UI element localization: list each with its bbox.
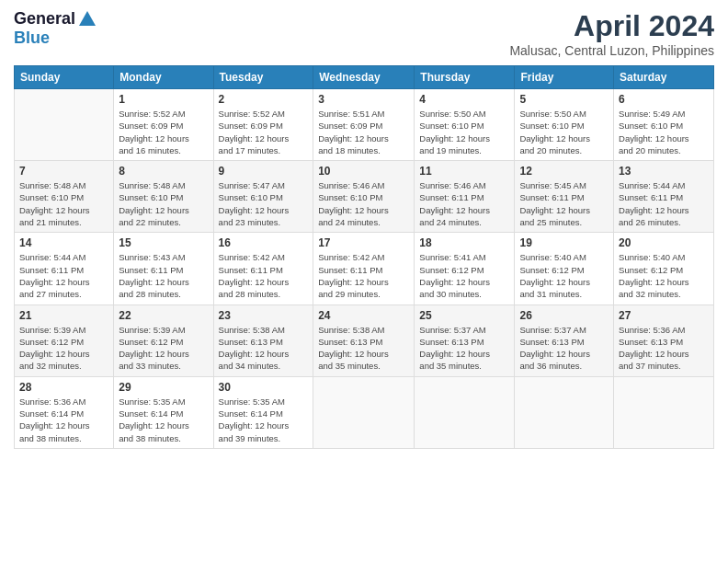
day-number: 8	[119, 165, 208, 178]
svg-marker-0	[79, 11, 96, 26]
table-row	[614, 376, 714, 448]
day-number: 14	[19, 236, 108, 249]
day-number: 13	[619, 165, 709, 178]
day-number: 27	[619, 309, 709, 322]
calendar-week-row: 14Sunrise: 5:44 AM Sunset: 6:11 PM Dayli…	[15, 233, 714, 304]
day-number: 19	[519, 236, 609, 249]
table-row: 12Sunrise: 5:45 AM Sunset: 6:11 PM Dayli…	[515, 161, 614, 233]
table-row: 17Sunrise: 5:42 AM Sunset: 6:11 PM Dayli…	[313, 233, 415, 304]
day-info: Sunrise: 5:38 AM Sunset: 6:13 PM Dayligh…	[219, 324, 309, 373]
col-monday: Monday	[114, 66, 213, 89]
month-title: April 2024	[509, 9, 714, 43]
table-row: 23Sunrise: 5:38 AM Sunset: 6:13 PM Dayli…	[213, 304, 313, 376]
table-row: 13Sunrise: 5:44 AM Sunset: 6:11 PM Dayli…	[614, 161, 714, 233]
day-number: 28	[19, 381, 108, 394]
day-info: Sunrise: 5:45 AM Sunset: 6:11 PM Dayligh…	[519, 179, 609, 228]
day-info: Sunrise: 5:42 AM Sunset: 6:11 PM Dayligh…	[219, 251, 309, 300]
table-row: 6Sunrise: 5:49 AM Sunset: 6:10 PM Daylig…	[614, 89, 714, 161]
table-row: 28Sunrise: 5:36 AM Sunset: 6:14 PM Dayli…	[15, 376, 114, 448]
day-info: Sunrise: 5:49 AM Sunset: 6:10 PM Dayligh…	[619, 108, 709, 156]
day-number: 1	[119, 93, 208, 106]
day-info: Sunrise: 5:43 AM Sunset: 6:11 PM Dayligh…	[119, 251, 208, 300]
table-row: 8Sunrise: 5:48 AM Sunset: 6:10 PM Daylig…	[114, 161, 213, 233]
day-number: 6	[619, 93, 709, 106]
day-number: 2	[219, 93, 309, 106]
table-row: 2Sunrise: 5:52 AM Sunset: 6:09 PM Daylig…	[213, 89, 313, 161]
day-info: Sunrise: 5:40 AM Sunset: 6:12 PM Dayligh…	[619, 251, 709, 300]
col-tuesday: Tuesday	[213, 66, 313, 89]
day-number: 16	[219, 236, 309, 249]
location-subtitle: Malusac, Central Luzon, Philippines	[509, 43, 714, 58]
day-number: 10	[318, 165, 409, 178]
day-number: 29	[119, 381, 208, 394]
table-row	[415, 376, 515, 448]
table-row: 18Sunrise: 5:41 AM Sunset: 6:12 PM Dayli…	[415, 233, 515, 304]
day-info: Sunrise: 5:50 AM Sunset: 6:10 PM Dayligh…	[419, 108, 509, 156]
table-row: 7Sunrise: 5:48 AM Sunset: 6:10 PM Daylig…	[15, 161, 114, 233]
day-info: Sunrise: 5:51 AM Sunset: 6:09 PM Dayligh…	[318, 108, 409, 156]
day-info: Sunrise: 5:46 AM Sunset: 6:11 PM Dayligh…	[419, 179, 509, 228]
day-number: 9	[219, 165, 309, 178]
day-info: Sunrise: 5:47 AM Sunset: 6:10 PM Dayligh…	[219, 179, 309, 228]
table-row: 25Sunrise: 5:37 AM Sunset: 6:13 PM Dayli…	[415, 304, 515, 376]
table-row: 19Sunrise: 5:40 AM Sunset: 6:12 PM Dayli…	[515, 233, 614, 304]
day-number: 3	[318, 93, 409, 106]
logo-general: General	[14, 10, 75, 29]
day-number: 21	[19, 309, 108, 322]
day-number: 20	[619, 236, 709, 249]
table-row	[515, 376, 614, 448]
col-sunday: Sunday	[15, 66, 114, 89]
table-row: 16Sunrise: 5:42 AM Sunset: 6:11 PM Dayli…	[213, 233, 313, 304]
day-info: Sunrise: 5:48 AM Sunset: 6:10 PM Dayligh…	[119, 179, 208, 228]
day-info: Sunrise: 5:38 AM Sunset: 6:13 PM Dayligh…	[318, 324, 409, 373]
table-row: 24Sunrise: 5:38 AM Sunset: 6:13 PM Dayli…	[313, 304, 415, 376]
day-number: 12	[519, 165, 609, 178]
logo-icon	[77, 9, 97, 29]
day-number: 25	[419, 309, 509, 322]
day-number: 15	[119, 236, 208, 249]
table-row: 10Sunrise: 5:46 AM Sunset: 6:10 PM Dayli…	[313, 161, 415, 233]
day-number: 22	[119, 309, 208, 322]
day-info: Sunrise: 5:46 AM Sunset: 6:10 PM Dayligh…	[318, 179, 409, 228]
day-info: Sunrise: 5:41 AM Sunset: 6:12 PM Dayligh…	[419, 251, 509, 300]
day-info: Sunrise: 5:37 AM Sunset: 6:13 PM Dayligh…	[419, 324, 509, 373]
day-info: Sunrise: 5:50 AM Sunset: 6:10 PM Dayligh…	[519, 108, 609, 156]
calendar-week-row: 1Sunrise: 5:52 AM Sunset: 6:09 PM Daylig…	[15, 89, 714, 161]
day-number: 11	[419, 165, 509, 178]
table-row: 3Sunrise: 5:51 AM Sunset: 6:09 PM Daylig…	[313, 89, 415, 161]
table-row: 22Sunrise: 5:39 AM Sunset: 6:12 PM Dayli…	[114, 304, 213, 376]
table-row: 30Sunrise: 5:35 AM Sunset: 6:14 PM Dayli…	[213, 376, 313, 448]
day-number: 26	[519, 309, 609, 322]
calendar-week-row: 7Sunrise: 5:48 AM Sunset: 6:10 PM Daylig…	[15, 161, 714, 233]
col-wednesday: Wednesday	[313, 66, 415, 89]
table-row	[15, 89, 114, 161]
day-number: 5	[519, 93, 609, 106]
logo-blue: Blue	[14, 29, 50, 47]
day-number: 17	[318, 236, 409, 249]
day-number: 18	[419, 236, 509, 249]
day-number: 24	[318, 309, 409, 322]
table-row: 4Sunrise: 5:50 AM Sunset: 6:10 PM Daylig…	[415, 89, 515, 161]
calendar-week-row: 28Sunrise: 5:36 AM Sunset: 6:14 PM Dayli…	[15, 376, 714, 448]
table-row: 21Sunrise: 5:39 AM Sunset: 6:12 PM Dayli…	[15, 304, 114, 376]
day-number: 30	[219, 381, 309, 394]
page: General Blue April 2024 Malusac, Central…	[0, 0, 728, 563]
calendar-header-row: Sunday Monday Tuesday Wednesday Thursday…	[15, 66, 714, 89]
table-row: 11Sunrise: 5:46 AM Sunset: 6:11 PM Dayli…	[415, 161, 515, 233]
day-info: Sunrise: 5:36 AM Sunset: 6:14 PM Dayligh…	[19, 396, 108, 444]
day-info: Sunrise: 5:40 AM Sunset: 6:12 PM Dayligh…	[519, 251, 609, 300]
header: General Blue April 2024 Malusac, Central…	[14, 9, 714, 58]
table-row	[313, 376, 415, 448]
day-number: 4	[419, 93, 509, 106]
title-block: April 2024 Malusac, Central Luzon, Phili…	[509, 9, 714, 58]
day-info: Sunrise: 5:44 AM Sunset: 6:11 PM Dayligh…	[19, 251, 108, 300]
day-info: Sunrise: 5:39 AM Sunset: 6:12 PM Dayligh…	[119, 324, 208, 373]
col-saturday: Saturday	[614, 66, 714, 89]
day-info: Sunrise: 5:52 AM Sunset: 6:09 PM Dayligh…	[119, 108, 208, 156]
day-info: Sunrise: 5:39 AM Sunset: 6:12 PM Dayligh…	[19, 324, 108, 373]
day-info: Sunrise: 5:37 AM Sunset: 6:13 PM Dayligh…	[519, 324, 609, 373]
day-info: Sunrise: 5:35 AM Sunset: 6:14 PM Dayligh…	[219, 396, 309, 444]
col-thursday: Thursday	[415, 66, 515, 89]
col-friday: Friday	[515, 66, 614, 89]
day-info: Sunrise: 5:48 AM Sunset: 6:10 PM Dayligh…	[19, 179, 108, 228]
